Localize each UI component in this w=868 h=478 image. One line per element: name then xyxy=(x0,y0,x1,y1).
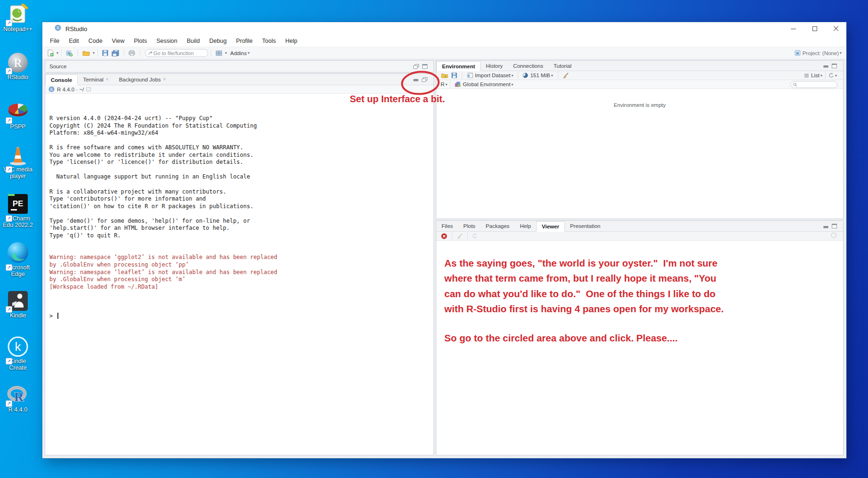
annotation-cta-text: So go to the circled area above and clic… xyxy=(444,332,678,344)
source-maximize-pane-icon[interactable] xyxy=(422,64,427,69)
console-pane: Console Terminal× Background Jobs× R R 4… xyxy=(45,73,434,455)
desktop: ↗ Notepad++ R ↗ RStudio ↗ PSPP ↗ VLC med… xyxy=(0,0,868,478)
tab-history[interactable]: History xyxy=(481,61,508,71)
clear-all-viewer-broom-icon[interactable] xyxy=(455,232,464,240)
source-pane[interactable]: Source xyxy=(45,60,434,73)
tab-files[interactable]: Files xyxy=(436,221,458,231)
environment-minimize-pane-icon[interactable] xyxy=(823,64,828,68)
tab-plots[interactable]: Plots xyxy=(458,221,481,231)
menu-profile[interactable]: Profile xyxy=(231,35,257,47)
svg-text:R: R xyxy=(14,56,22,70)
title-bar[interactable]: R RStudio xyxy=(42,22,846,35)
window-title: RStudio xyxy=(65,25,87,32)
clear-environment-broom-icon[interactable] xyxy=(561,72,570,80)
tab-help[interactable]: Help xyxy=(514,221,536,231)
list-view-button[interactable]: List▾ xyxy=(804,73,822,78)
desktop-icon-kindle[interactable]: ↗ Kindle xyxy=(0,290,35,319)
svg-text:R: R xyxy=(67,52,70,55)
console-prompt: > xyxy=(49,313,277,320)
tab-background-jobs[interactable]: Background Jobs× xyxy=(114,74,171,85)
tab-tutorial[interactable]: Tutorial xyxy=(548,61,577,71)
save-workspace-icon[interactable] xyxy=(450,72,458,79)
close-button[interactable] xyxy=(825,22,846,35)
menu-code[interactable]: Code xyxy=(84,35,107,47)
tab-presentation[interactable]: Presentation xyxy=(565,221,606,231)
refresh-environment-icon[interactable]: ▾ xyxy=(828,73,837,78)
microsoft-edge-icon xyxy=(7,242,29,264)
minimize-button[interactable] xyxy=(783,22,804,35)
print-button[interactable] xyxy=(127,49,137,57)
menu-debug[interactable]: Debug xyxy=(205,35,232,47)
goto-file-function-input[interactable] xyxy=(153,50,205,56)
main-toolbar: ▾ R ▾ xyxy=(42,47,846,59)
addins-button[interactable]: Addins▾ xyxy=(227,49,251,57)
menu-tools[interactable]: Tools xyxy=(257,35,281,47)
maximize-button[interactable] xyxy=(804,22,825,35)
shortcut-arrow-icon: ↗ xyxy=(6,358,12,365)
new-project-button[interactable]: R xyxy=(64,49,74,57)
session-label[interactable]: R 4.4.0 · ~/ xyxy=(57,87,84,92)
console-warning-text: Warning: namespace ‘ggplot2’ is not avai… xyxy=(49,254,277,291)
tab-packages[interactable]: Packages xyxy=(481,221,515,231)
project-menu[interactable]: R Project: (None)▾ xyxy=(795,47,842,59)
open-file-button[interactable] xyxy=(81,49,91,57)
desktop-icon-vlc[interactable]: ↗ VLC media player xyxy=(0,144,35,179)
close-tab-icon[interactable]: × xyxy=(106,77,109,82)
environment-toolbar: Import Dataset▾ 151 MiB▾ List▾ xyxy=(436,71,843,80)
environment-search-box[interactable] xyxy=(790,81,837,88)
show-directory-icon[interactable] xyxy=(86,87,91,91)
menu-edit[interactable]: Edit xyxy=(64,35,84,47)
environment-empty-message: Environment is empty xyxy=(436,102,843,108)
global-environment-selector[interactable]: Global Environment▾ xyxy=(453,81,514,88)
console-output-area[interactable]: R version 4.4.0 (2024-04-24 ucrt) -- "Pu… xyxy=(45,94,434,455)
environment-body[interactable]: Environment is empty xyxy=(436,89,843,219)
save-button[interactable] xyxy=(101,49,110,57)
menu-bar: File Edit Code View Plots Session Build … xyxy=(42,35,846,47)
close-tab-icon[interactable]: × xyxy=(163,77,166,82)
viewer-refresh-icon[interactable] xyxy=(831,232,837,240)
shortcut-arrow-icon: ↗ xyxy=(6,215,12,222)
new-file-button[interactable] xyxy=(46,49,55,57)
files-minimize-pane-icon[interactable] xyxy=(823,224,828,228)
menu-session[interactable]: Session xyxy=(152,35,182,47)
import-dataset-button[interactable]: Import Dataset▾ xyxy=(465,72,514,79)
environment-pane: Environment History Connections Tutorial xyxy=(436,60,844,219)
open-file-caret[interactable]: ▾ xyxy=(93,51,95,55)
goto-arrow-icon xyxy=(148,51,153,56)
tab-terminal[interactable]: Terminal× xyxy=(78,74,113,85)
new-file-caret[interactable]: ▾ xyxy=(56,51,58,55)
pane-layout-button[interactable] xyxy=(214,49,224,57)
tab-connections[interactable]: Connections xyxy=(508,61,548,71)
desktop-icon-rstudio[interactable]: R ↗ RStudio xyxy=(0,52,35,81)
menu-file[interactable]: File xyxy=(45,35,64,47)
memory-usage-button[interactable]: 151 MiB▾ xyxy=(521,72,554,79)
tab-viewer[interactable]: Viewer xyxy=(536,221,565,232)
desktop-icon-kindle-create[interactable]: k ↗ Kindle Create xyxy=(0,336,35,371)
desktop-icon-r-440[interactable]: R ↗ R 4.4.0 xyxy=(0,384,35,413)
rstudio-app-icon: R xyxy=(55,24,61,33)
shortcut-arrow-icon: ↗ xyxy=(6,400,12,407)
clear-viewer-stop-icon[interactable] xyxy=(440,232,449,240)
list-icon xyxy=(804,73,809,78)
menu-view[interactable]: View xyxy=(107,35,129,47)
viewer-export-icon[interactable] xyxy=(471,232,479,240)
menu-plots[interactable]: Plots xyxy=(129,35,152,47)
tab-console[interactable]: Console xyxy=(45,74,78,85)
desktop-icon-notepadpp[interactable]: ↗ Notepad++ xyxy=(0,4,35,33)
files-tab-strip: Files Plots Packages Help Viewer Present… xyxy=(436,221,843,232)
source-restore-pane-icon[interactable] xyxy=(413,64,419,69)
desktop-icon-pspp[interactable]: ↗ PSPP xyxy=(0,99,35,130)
desktop-icon-pycharm-edu[interactable]: PE ↗ PyCharm Edu 2022.2 xyxy=(0,193,35,228)
console-tab-strip: Console Terminal× Background Jobs× xyxy=(45,74,434,85)
save-all-button[interactable] xyxy=(110,49,121,57)
menu-build[interactable]: Build xyxy=(182,35,205,47)
desktop-icon-microsoft-edge[interactable]: ↗ Microsoft Edge xyxy=(0,242,35,277)
tab-environment[interactable]: Environment xyxy=(436,61,481,71)
environment-search-input[interactable] xyxy=(799,82,835,87)
goto-file-function-box[interactable] xyxy=(145,49,208,57)
shortcut-arrow-icon: ↗ xyxy=(6,166,12,173)
environment-maximize-pane-icon[interactable] xyxy=(832,64,837,68)
menu-help[interactable]: Help xyxy=(281,35,302,47)
files-maximize-pane-icon[interactable] xyxy=(832,224,837,228)
environment-tab-strip: Environment History Connections Tutorial xyxy=(436,61,843,71)
